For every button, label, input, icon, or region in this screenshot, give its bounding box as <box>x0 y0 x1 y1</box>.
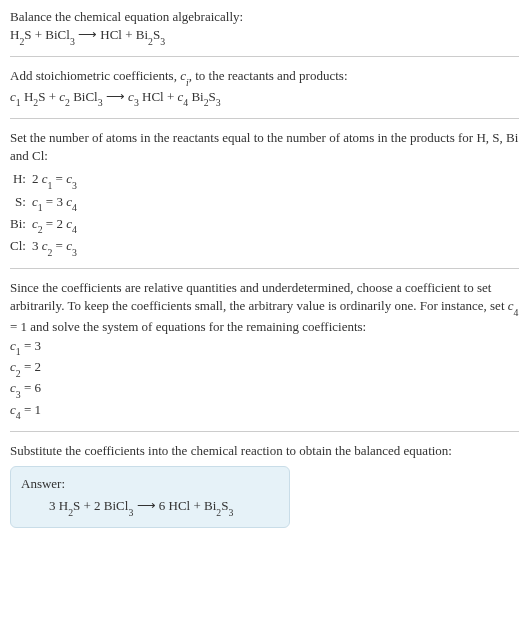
element-label: S: <box>10 192 32 214</box>
element-equation: 2 c1 = c3 <box>32 169 83 191</box>
var2-sub: 4 <box>72 224 77 235</box>
answer-intro: Substitute the coefficients into the che… <box>10 442 519 460</box>
sp2-sub: 3 <box>98 97 103 108</box>
var-sub: 2 <box>38 224 43 235</box>
var: c <box>32 216 38 231</box>
ans-sub: 2 <box>216 507 221 518</box>
var: c <box>10 402 16 417</box>
eq: = 3 <box>43 194 67 209</box>
c4-sub: 4 <box>183 97 188 108</box>
sp1-sub: 2 <box>33 97 38 108</box>
sp4-sub: 2 <box>204 97 209 108</box>
var: c <box>10 380 16 395</box>
sp2: BiCl <box>70 89 98 104</box>
var-sub: 2 <box>16 368 21 379</box>
balanced-equation: 3 H2S + 2 BiCl3 ⟶ 6 HCl + Bi2S3 <box>21 497 279 517</box>
answer-box: Answer: 3 H2S + 2 BiCl3 ⟶ 6 HCl + Bi2S3 <box>10 466 290 528</box>
solution-line: c2 = 2 <box>10 358 519 378</box>
sp4b-sub: 3 <box>216 97 221 108</box>
set-var-sub: 4 <box>514 307 519 318</box>
var2-sub: 3 <box>72 180 77 191</box>
eq: = 2 <box>43 216 67 231</box>
var-sub: 1 <box>47 180 52 191</box>
element-equation: c1 = 3 c4 <box>32 192 83 214</box>
section-problem: Balance the chemical equation algebraica… <box>10 8 519 46</box>
set-var: c <box>508 298 514 313</box>
element-label: Bi: <box>10 214 32 236</box>
reaction-arrow: ⟶ <box>75 27 101 42</box>
val: = 3 <box>21 338 41 353</box>
sp1: H <box>21 89 34 104</box>
problem-statement: Balance the chemical equation algebraica… <box>10 8 519 26</box>
ans-part: 3 H <box>49 498 68 513</box>
product-part1: HCl + Bi <box>100 27 148 42</box>
var: c <box>32 194 38 209</box>
ans-sub: 3 <box>228 507 233 518</box>
var2-sub: 3 <box>72 247 77 258</box>
coef: 2 <box>32 171 39 186</box>
var-sub: 1 <box>16 346 21 357</box>
table-row: Cl: 3 c2 = c3 <box>10 236 83 258</box>
reactant-bicl3-sub: 3 <box>70 36 75 47</box>
c3-sub: 3 <box>134 97 139 108</box>
reactant-h2s-h: H <box>10 27 19 42</box>
reactant-rest: S + BiCl <box>24 27 70 42</box>
coeff-intro-b: , to the reactants and products: <box>189 68 348 83</box>
sp3: HCl + <box>139 89 178 104</box>
element-equation: c2 = 2 c4 <box>32 214 83 236</box>
ans-sub: 3 <box>128 507 133 518</box>
c2-sub: 2 <box>65 97 70 108</box>
c1: c <box>10 89 16 104</box>
sp4: Bi <box>188 89 204 104</box>
element-equation: 3 c2 = c3 <box>32 236 83 258</box>
ans-arrow: ⟶ <box>133 498 159 513</box>
sp4b: S <box>209 89 216 104</box>
ci-sub: i <box>186 77 189 88</box>
sp1b: S + <box>38 89 59 104</box>
var: c <box>10 338 16 353</box>
c1-sub: 1 <box>16 97 21 108</box>
product-s3-sub: 3 <box>160 36 165 47</box>
arrow2: ⟶ <box>103 89 129 104</box>
eq: = <box>52 171 66 186</box>
var-sub: 2 <box>47 247 52 258</box>
val: = 6 <box>21 380 41 395</box>
solution-line: c4 = 1 <box>10 401 519 421</box>
ans-part: 6 HCl + Bi <box>159 498 217 513</box>
section-atom-balance: Set the number of atoms in the reactants… <box>10 129 519 258</box>
val: = 1 <box>21 402 41 417</box>
atom-equations-table: H: 2 c1 = c3 S: c1 = 3 c4 Bi: c2 = 2 c4 … <box>10 169 83 258</box>
solve-intro-b: and solve the system of equations for th… <box>27 319 366 334</box>
solution-line: c3 = 6 <box>10 379 519 399</box>
solve-intro-a: Since the coefficients are relative quan… <box>10 280 508 313</box>
coeff-intro-a: Add stoichiometric coefficients, <box>10 68 180 83</box>
element-label: H: <box>10 169 32 191</box>
divider <box>10 56 519 57</box>
var-sub: 1 <box>38 202 43 213</box>
var: c <box>10 359 16 374</box>
divider <box>10 118 519 119</box>
atom-balance-intro: Set the number of atoms in the reactants… <box>10 129 519 165</box>
coef: 3 <box>32 238 39 253</box>
ans-part: S + 2 BiCl <box>73 498 128 513</box>
var2-sub: 4 <box>72 202 77 213</box>
product-bi2-sub: 2 <box>148 36 153 47</box>
eq: = <box>52 238 66 253</box>
solution-line: c1 = 3 <box>10 337 519 357</box>
element-label: Cl: <box>10 236 32 258</box>
ans-sub: 2 <box>68 507 73 518</box>
answer-label: Answer: <box>21 475 279 493</box>
section-solve: Since the coefficients are relative quan… <box>10 279 519 421</box>
c3: c <box>128 89 134 104</box>
coeff-intro: Add stoichiometric coefficients, ci, to … <box>10 67 519 87</box>
divider <box>10 268 519 269</box>
reactant-h2s-sub: 2 <box>19 36 24 47</box>
set-val: = 1 <box>10 319 27 334</box>
table-row: Bi: c2 = 2 c4 <box>10 214 83 236</box>
unbalanced-equation: H2S + BiCl3 ⟶ HCl + Bi2S3 <box>10 26 519 46</box>
divider <box>10 431 519 432</box>
solve-intro: Since the coefficients are relative quan… <box>10 279 519 336</box>
section-coefficients: Add stoichiometric coefficients, ci, to … <box>10 67 519 107</box>
var-sub: 4 <box>16 410 21 421</box>
var-sub: 3 <box>16 389 21 400</box>
